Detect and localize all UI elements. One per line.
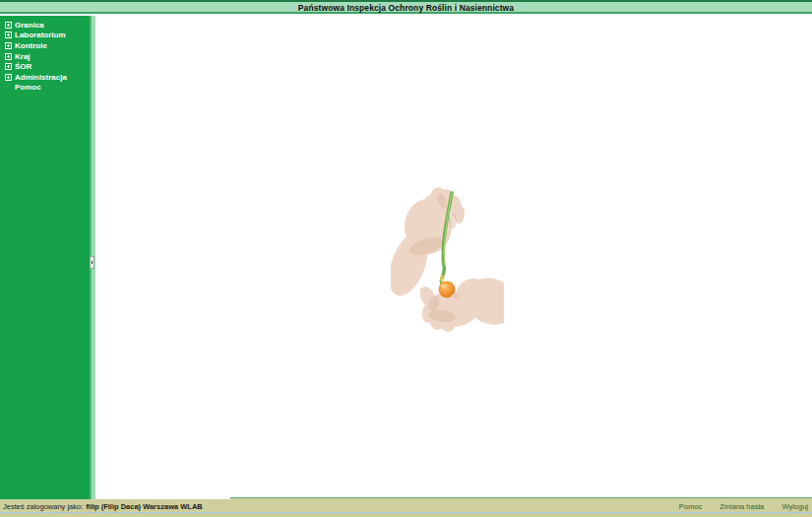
sidebar-item-laboratorium[interactable]: Laboratorium bbox=[0, 31, 90, 41]
sidebar-item-label: Administracja bbox=[15, 73, 67, 82]
title-bar: Państwowa Inspekcja Ochrony Roślin i Nas… bbox=[0, 2, 812, 14]
footer-link-pomoc[interactable]: Pomoc bbox=[679, 502, 702, 511]
expand-plus-icon[interactable] bbox=[5, 63, 12, 70]
expand-plus-icon[interactable] bbox=[5, 22, 12, 29]
login-username: filip bbox=[86, 502, 98, 511]
main-content bbox=[95, 16, 812, 499]
expand-plus-icon[interactable] bbox=[5, 74, 12, 81]
expand-plus-icon[interactable] bbox=[5, 32, 12, 38]
sidebar-item-label: Pomoc bbox=[15, 83, 41, 92]
seedling-hands-graphic bbox=[391, 171, 504, 335]
app-window: Państwowa Inspekcja Ochrony Roślin i Nas… bbox=[0, 0, 812, 517]
sidebar-menu: Granica Laboratorium Kontrole Kraj ŚOR A… bbox=[0, 16, 90, 499]
login-status-prefix: Jesteś zalogowany jako: bbox=[3, 502, 83, 511]
sidebar-item-label: Laboratorium bbox=[15, 31, 66, 39]
splitter-collapse-handle[interactable] bbox=[90, 256, 94, 269]
sidebar-item-kraj[interactable]: Kraj bbox=[0, 51, 90, 62]
footer-link-wyloguj[interactable]: Wyloguj bbox=[781, 502, 808, 511]
sidebar-item-pomoc[interactable]: Pomoc bbox=[0, 83, 90, 94]
footer-link-zmiana-hasla[interactable]: Zmiana hasła bbox=[719, 502, 764, 511]
sidebar-item-granica[interactable]: Granica bbox=[0, 20, 90, 31]
footer-links: Pomoc Zmiana hasła Wyloguj bbox=[663, 502, 808, 511]
sidebar-item-administracja[interactable]: Administracja bbox=[0, 72, 90, 83]
sidebar-item-label: Granica bbox=[15, 21, 44, 30]
sidebar-item-kontrole[interactable]: Kontrole bbox=[0, 40, 90, 51]
sidebar-item-label: Kontrole bbox=[15, 41, 47, 50]
status-bar-divider bbox=[0, 512, 812, 513]
sidebar-item-label: ŚOR bbox=[15, 62, 31, 71]
expand-plus-icon[interactable] bbox=[5, 53, 12, 60]
login-details: (Filip Daca) Warszawa WLAB bbox=[101, 502, 203, 511]
app-title: Państwowa Inspekcja Ochrony Roślin i Nas… bbox=[0, 2, 812, 14]
hands-holding-seedling-illustration bbox=[391, 171, 504, 335]
expand-plus-icon[interactable] bbox=[5, 42, 12, 49]
sidebar-item-label: Kraj bbox=[15, 52, 31, 61]
login-status: Jesteś zalogowany jako:filip(Filip Daca)… bbox=[3, 502, 203, 511]
status-bar: Jesteś zalogowany jako:filip(Filip Daca)… bbox=[0, 499, 812, 517]
sidebar-item-sor[interactable]: ŚOR bbox=[0, 61, 90, 72]
content-row: Granica Laboratorium Kontrole Kraj ŚOR A… bbox=[0, 16, 812, 499]
